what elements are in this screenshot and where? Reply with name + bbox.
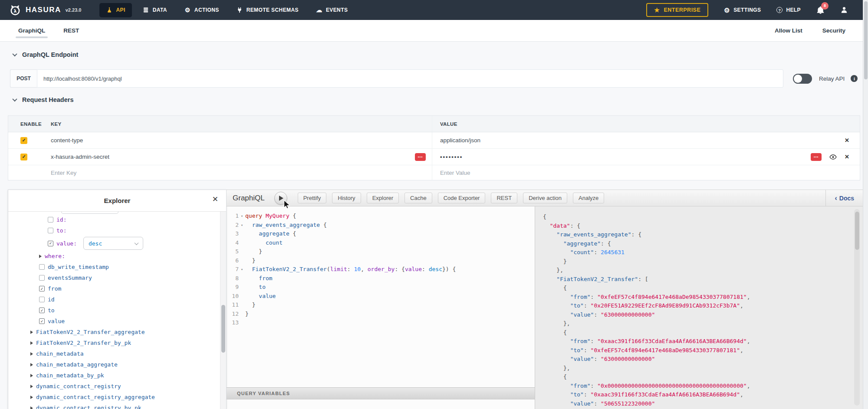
fold-marker-icon[interactable] [239, 283, 245, 292]
analyze-button[interactable]: Analyze [573, 193, 604, 203]
field-checkbox[interactable] [39, 297, 45, 302]
fold-marker-icon[interactable] [239, 310, 245, 319]
expand-arrow-icon[interactable] [30, 406, 33, 409]
explorer-item-label[interactable]: from [48, 285, 61, 292]
endpoint-section-header[interactable]: GraphQL Endpoint [13, 51, 78, 58]
remove-header-icon[interactable]: ✕ [845, 137, 849, 144]
tab-rest[interactable]: REST [62, 21, 80, 40]
explorer-item-label[interactable]: FiatTokenV2_2_Transfer_aggregate [36, 329, 145, 335]
help-button[interactable]: ? HELP [776, 7, 801, 13]
field-checkbox[interactable]: ✓ [39, 308, 45, 313]
nav-item-events[interactable]: ☁EVENTS [309, 3, 354, 17]
field-checkbox[interactable] [48, 228, 53, 233]
nav-item-remote-schemas[interactable]: REMOTE SCHEMAS [230, 3, 305, 17]
link-security[interactable]: Security [822, 27, 845, 34]
password-manager-icon[interactable]: ••• [415, 153, 426, 161]
nav-item-actions[interactable]: ⚙ACTIONS [178, 3, 226, 17]
explorer-item-label[interactable]: dynamic_contract_registry [36, 383, 121, 389]
docs-link[interactable]: ‹ Docs [825, 190, 863, 206]
scrollbar-thumb[interactable] [864, 1, 868, 79]
explorer-item-label[interactable]: chain_metadata_aggregate [36, 361, 118, 368]
derive-action-button[interactable]: Derive action [523, 193, 567, 203]
fold-marker-icon[interactable] [239, 247, 245, 256]
enterprise-button[interactable]: ★ ENTERPRISE [646, 3, 708, 17]
prettify-button[interactable]: Prettify [298, 193, 326, 203]
explorer-item-label[interactable]: dynamic_contract_registry_by_pk [36, 405, 141, 409]
eye-icon[interactable] [829, 154, 837, 160]
header-value[interactable]: application/json [440, 137, 480, 144]
fold-marker-icon[interactable] [239, 301, 245, 310]
fold-marker-icon[interactable]: ▾ [239, 212, 245, 221]
fold-marker-icon[interactable]: ▾ [239, 265, 245, 274]
explorer-button[interactable]: Explorer [367, 193, 399, 203]
endpoint-url-input[interactable] [37, 69, 783, 88]
expand-arrow-icon[interactable] [30, 396, 33, 399]
explorer-item-label[interactable]: id: [56, 216, 66, 223]
explorer-item-label[interactable]: id [48, 296, 55, 303]
query-editor[interactable]: 1▾query MyQuery {2▾ raw_events_aggregate… [227, 206, 535, 409]
explorer-item-label[interactable]: value: [56, 240, 77, 247]
fold-marker-icon[interactable] [239, 239, 245, 248]
explorer-item-label[interactable]: where: [45, 253, 65, 259]
fold-marker-icon[interactable] [239, 274, 245, 283]
query-variables-bar[interactable]: QUERY VARIABLES [227, 387, 535, 399]
code-exporter-button[interactable]: Code Exporter [438, 193, 486, 203]
fold-marker-icon[interactable] [239, 229, 245, 239]
field-checkbox[interactable]: ✓ [39, 318, 45, 324]
field-checkbox[interactable] [39, 275, 45, 281]
password-manager-icon[interactable]: ••• [811, 153, 822, 161]
explorer-item-label[interactable]: db_write_timestamp [48, 264, 109, 270]
nav-item-api[interactable]: API [99, 3, 132, 17]
fold-marker-icon[interactable] [239, 292, 245, 301]
fold-marker-icon[interactable] [239, 318, 245, 327]
notifications-button[interactable]: 8 [816, 6, 825, 14]
new-header-value-input[interactable]: Enter Value [440, 170, 470, 176]
explorer-item-label[interactable]: chain_metadata_by_pk [36, 372, 104, 379]
expand-arrow-icon[interactable] [30, 330, 33, 334]
history-button[interactable]: History [332, 193, 361, 203]
explorer-item-label[interactable]: chain_metadata [36, 350, 84, 357]
nav-item-data[interactable]: DATA [136, 3, 174, 17]
explorer-item-label[interactable]: dynamic_contract_registry_aggregate [36, 394, 155, 400]
settings-button[interactable]: ⚙ SETTINGS [724, 7, 761, 13]
expand-arrow-icon[interactable] [39, 255, 42, 258]
explorer-scrollbar[interactable] [220, 212, 226, 409]
info-icon[interactable]: i [851, 75, 858, 82]
request-headers-section-header[interactable]: Request Headers [13, 96, 73, 103]
explorer-item-label[interactable]: to [48, 307, 55, 314]
fold-marker-icon[interactable] [239, 256, 245, 265]
expand-arrow-icon[interactable] [30, 374, 33, 377]
expand-arrow-icon[interactable] [30, 385, 33, 388]
field-checkbox[interactable] [48, 217, 53, 222]
field-checkbox[interactable] [39, 264, 45, 270]
header-value-masked[interactable]: •••••••• [440, 154, 463, 160]
explorer-item-label[interactable]: value [48, 318, 65, 324]
cache-button[interactable]: Cache [404, 193, 432, 203]
rest-button[interactable]: REST [491, 193, 517, 203]
header-enabled-checkbox[interactable]: ✓ [20, 154, 27, 160]
field-checkbox[interactable]: ✓ [48, 241, 53, 246]
relay-api-toggle[interactable] [793, 74, 812, 84]
user-menu-button[interactable] [840, 6, 848, 14]
fold-marker-icon[interactable]: ▾ [239, 221, 245, 230]
expand-arrow-icon[interactable] [30, 363, 33, 366]
header-key[interactable]: x-hasura-admin-secret [51, 154, 109, 160]
new-header-key-input[interactable]: Enter Key [51, 170, 76, 176]
explorer-item-label[interactable]: to: [56, 227, 66, 234]
expand-arrow-icon[interactable] [30, 341, 33, 345]
header-key[interactable]: content-type [51, 137, 83, 144]
scrollbar-thumb[interactable] [855, 212, 859, 250]
tab-graphiql[interactable]: GraphiQL [17, 21, 46, 40]
header-enabled-checkbox[interactable]: ✓ [20, 137, 27, 144]
explorer-item-label[interactable]: FiatTokenV2_2_Transfer_by_pk [36, 340, 131, 346]
link-allow-list[interactable]: Allow List [775, 27, 802, 34]
close-icon[interactable]: ✕ [212, 196, 218, 203]
field-checkbox[interactable]: ✓ [39, 286, 45, 291]
enum-select[interactable]: desc [83, 237, 143, 250]
explorer-item-label[interactable]: eventsSummary [48, 275, 92, 281]
scrollbar-thumb[interactable] [221, 305, 225, 353]
expand-arrow-icon[interactable] [30, 352, 33, 356]
page-scrollbar[interactable] [863, 0, 868, 409]
execute-query-button[interactable] [274, 192, 287, 205]
remove-header-icon[interactable]: ✕ [845, 154, 849, 160]
